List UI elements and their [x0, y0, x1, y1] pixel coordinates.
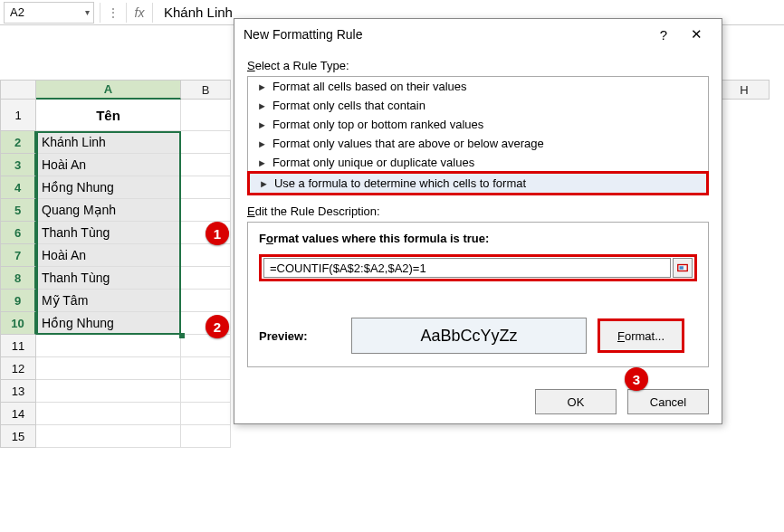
cell[interactable] — [36, 335, 181, 357]
preview-row: Preview: AaBbCcYyZz Format... — [259, 318, 697, 354]
dialog-titlebar[interactable]: New Formatting Rule ? ✕ — [234, 19, 722, 50]
divider — [152, 3, 153, 23]
table-row[interactable]: Hoài An — [36, 154, 181, 176]
cell[interactable] — [181, 244, 231, 267]
column-header-b[interactable]: B — [181, 80, 231, 100]
row-header[interactable]: 5 — [0, 199, 36, 222]
row-header[interactable]: 14 — [0, 403, 36, 425]
cell[interactable] — [36, 425, 181, 448]
cell[interactable] — [181, 425, 231, 448]
row-header[interactable]: 8 — [0, 267, 36, 290]
rule-type-item[interactable]: ►Format only top or bottom ranked values — [248, 115, 708, 134]
row-header[interactable]: 6 — [0, 222, 36, 244]
table-row[interactable]: Mỹ Tâm — [36, 290, 181, 312]
table-row[interactable]: Thanh Tùng — [36, 222, 181, 244]
new-formatting-rule-dialog: New Formatting Rule ? ✕ SSelect a Rule T… — [234, 18, 722, 424]
row-header[interactable]: 2 — [0, 131, 36, 154]
rule-type-item-selected[interactable]: ►Use a formula to determine which cells … — [247, 171, 709, 195]
row-header[interactable]: 1 — [0, 100, 36, 131]
cell[interactable] — [181, 176, 231, 199]
fill-handle[interactable] — [179, 333, 185, 338]
annotation-badge-3: 3 — [625, 367, 648, 391]
cell[interactable] — [181, 199, 231, 222]
cell[interactable] — [36, 403, 181, 425]
cell[interactable] — [36, 357, 181, 380]
formula-label: Format values where this formula is true… — [259, 232, 697, 245]
row-header[interactable]: 3 — [0, 154, 36, 176]
cell[interactable] — [181, 403, 231, 425]
cell[interactable] — [181, 154, 231, 176]
column-header-a[interactable]: A — [36, 80, 181, 100]
select-all-corner[interactable] — [0, 80, 36, 100]
annotation-badge-1: 1 — [206, 222, 229, 245]
divider — [100, 3, 100, 23]
row-header[interactable]: 7 — [0, 244, 36, 267]
formula-input[interactable] — [263, 258, 671, 278]
row-header[interactable]: 9 — [0, 290, 36, 312]
arrow-icon: ► — [257, 81, 267, 92]
chevron-down-icon[interactable]: ▾ — [85, 7, 90, 17]
table-header-cell[interactable]: Tên — [36, 100, 181, 131]
format-button[interactable]: Format... — [598, 318, 684, 353]
arrow-icon: ► — [257, 119, 267, 130]
rule-type-list[interactable]: ►Format all cells based on their values … — [247, 76, 709, 195]
formula-input-wrap — [259, 254, 697, 281]
annotation-badge-2: 2 — [206, 315, 229, 338]
cell[interactable] — [181, 290, 231, 312]
divider — [126, 3, 127, 23]
row-header[interactable]: 13 — [0, 380, 36, 403]
table-row[interactable]: Khánh Linh — [36, 131, 181, 154]
collapse-dialog-icon[interactable] — [673, 258, 693, 278]
rule-type-item[interactable]: ►Format only values that are above or be… — [248, 134, 708, 153]
select-rule-type-label: SSelect a Rule Type:elect a Rule Type: — [247, 59, 709, 72]
name-box[interactable]: A2 ▾ — [4, 2, 94, 24]
rule-type-item[interactable]: ►Format only unique or duplicate values — [248, 153, 708, 172]
svg-rect-1 — [680, 266, 684, 270]
table-row[interactable]: Hoài An — [36, 244, 181, 267]
cell[interactable] — [181, 131, 231, 154]
row-header[interactable]: 15 — [0, 425, 36, 448]
close-button[interactable]: ✕ — [680, 23, 712, 46]
rule-type-item[interactable]: ►Format only cells that contain — [248, 96, 708, 115]
arrow-icon: ► — [259, 178, 269, 189]
table-row[interactable]: Thanh Tùng — [36, 267, 181, 290]
table-row[interactable]: Quang Mạnh — [36, 199, 181, 222]
row-header[interactable]: 10 — [0, 312, 36, 335]
cell[interactable] — [36, 380, 181, 403]
cell[interactable] — [181, 267, 231, 290]
dialog-title: New Formatting Rule — [244, 27, 647, 42]
cell[interactable] — [181, 335, 231, 357]
row-header[interactable]: 4 — [0, 176, 36, 199]
preview-label: Preview: — [259, 329, 340, 343]
dialog-body: SSelect a Rule Type:elect a Rule Type: ►… — [234, 50, 722, 380]
edit-rule-description-label: Edit the Rule Description: — [247, 204, 709, 218]
ok-button[interactable]: OK — [535, 389, 617, 414]
cell[interactable] — [181, 380, 231, 403]
rule-type-item[interactable]: ►Format all cells based on their values — [248, 77, 708, 96]
cell[interactable] — [181, 357, 231, 380]
table-row[interactable]: Hồng Nhung — [36, 312, 181, 335]
arrow-icon: ► — [257, 157, 267, 168]
cancel-button[interactable]: Cancel — [627, 389, 709, 414]
dialog-buttons: OK Cancel — [234, 380, 722, 423]
cell-reference: A2 — [10, 5, 24, 19]
edit-rule-box: Format values where this formula is true… — [247, 222, 709, 367]
fx-icon[interactable]: fx — [129, 2, 150, 24]
help-button[interactable]: ? — [647, 23, 680, 46]
row-header[interactable]: 12 — [0, 357, 36, 380]
row-header[interactable]: 11 — [0, 335, 36, 357]
cell[interactable] — [181, 100, 231, 131]
dots-icon[interactable]: ⋮ — [102, 2, 124, 24]
format-preview: AaBbCcYyZz — [351, 318, 587, 354]
arrow-icon: ► — [257, 138, 267, 149]
arrow-icon: ► — [257, 100, 267, 111]
column-header-h[interactable]: H — [720, 80, 770, 100]
table-row[interactable]: Hồng Nhung — [36, 176, 181, 199]
